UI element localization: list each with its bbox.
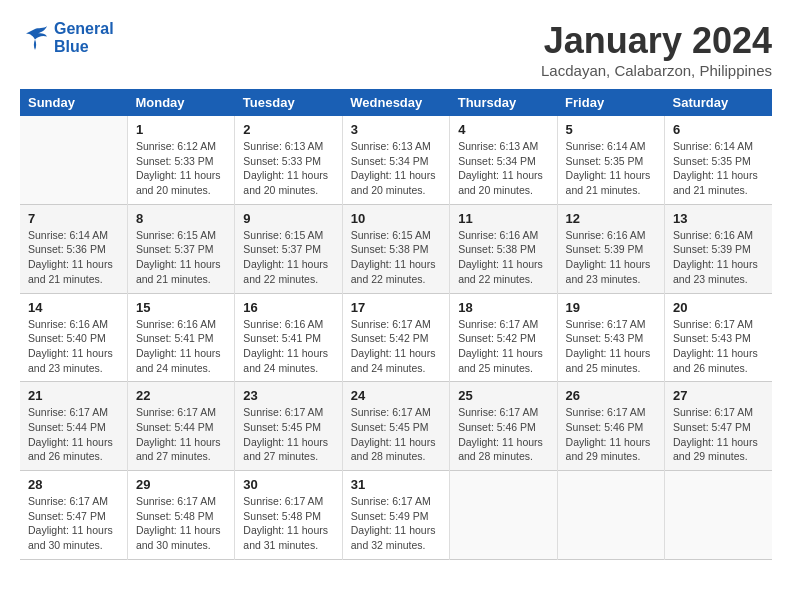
calendar-cell: 21Sunrise: 6:17 AM Sunset: 5:44 PM Dayli… (20, 382, 127, 471)
day-info: Sunrise: 6:13 AM Sunset: 5:34 PM Dayligh… (458, 139, 548, 198)
day-info: Sunrise: 6:17 AM Sunset: 5:43 PM Dayligh… (673, 317, 764, 376)
day-header-saturday: Saturday (665, 89, 772, 116)
day-number: 12 (566, 211, 656, 226)
day-info: Sunrise: 6:14 AM Sunset: 5:35 PM Dayligh… (673, 139, 764, 198)
day-info: Sunrise: 6:17 AM Sunset: 5:44 PM Dayligh… (28, 405, 119, 464)
title-section: January 2024 Lacdayan, Calabarzon, Phili… (541, 20, 772, 79)
day-info: Sunrise: 6:17 AM Sunset: 5:48 PM Dayligh… (243, 494, 333, 553)
day-number: 15 (136, 300, 226, 315)
day-number: 26 (566, 388, 656, 403)
week-row-3: 14Sunrise: 6:16 AM Sunset: 5:40 PM Dayli… (20, 293, 772, 382)
day-info: Sunrise: 6:16 AM Sunset: 5:41 PM Dayligh… (136, 317, 226, 376)
day-number: 17 (351, 300, 441, 315)
day-info: Sunrise: 6:16 AM Sunset: 5:39 PM Dayligh… (673, 228, 764, 287)
day-info: Sunrise: 6:17 AM Sunset: 5:45 PM Dayligh… (243, 405, 333, 464)
calendar-cell (450, 471, 557, 560)
day-number: 29 (136, 477, 226, 492)
day-info: Sunrise: 6:12 AM Sunset: 5:33 PM Dayligh… (136, 139, 226, 198)
calendar-cell (665, 471, 772, 560)
day-info: Sunrise: 6:15 AM Sunset: 5:38 PM Dayligh… (351, 228, 441, 287)
header-row: SundayMondayTuesdayWednesdayThursdayFrid… (20, 89, 772, 116)
day-number: 4 (458, 122, 548, 137)
calendar-cell (20, 116, 127, 204)
day-header-sunday: Sunday (20, 89, 127, 116)
calendar-cell: 16Sunrise: 6:16 AM Sunset: 5:41 PM Dayli… (235, 293, 342, 382)
day-number: 18 (458, 300, 548, 315)
week-row-5: 28Sunrise: 6:17 AM Sunset: 5:47 PM Dayli… (20, 471, 772, 560)
day-info: Sunrise: 6:17 AM Sunset: 5:49 PM Dayligh… (351, 494, 441, 553)
calendar-cell: 19Sunrise: 6:17 AM Sunset: 5:43 PM Dayli… (557, 293, 664, 382)
day-info: Sunrise: 6:14 AM Sunset: 5:36 PM Dayligh… (28, 228, 119, 287)
day-number: 9 (243, 211, 333, 226)
day-info: Sunrise: 6:14 AM Sunset: 5:35 PM Dayligh… (566, 139, 656, 198)
calendar-title: January 2024 (541, 20, 772, 62)
calendar-cell: 9Sunrise: 6:15 AM Sunset: 5:37 PM Daylig… (235, 204, 342, 293)
day-info: Sunrise: 6:17 AM Sunset: 5:46 PM Dayligh… (566, 405, 656, 464)
day-number: 19 (566, 300, 656, 315)
calendar-cell: 23Sunrise: 6:17 AM Sunset: 5:45 PM Dayli… (235, 382, 342, 471)
calendar-cell: 14Sunrise: 6:16 AM Sunset: 5:40 PM Dayli… (20, 293, 127, 382)
day-number: 7 (28, 211, 119, 226)
day-number: 5 (566, 122, 656, 137)
day-number: 21 (28, 388, 119, 403)
day-info: Sunrise: 6:13 AM Sunset: 5:33 PM Dayligh… (243, 139, 333, 198)
calendar-cell: 24Sunrise: 6:17 AM Sunset: 5:45 PM Dayli… (342, 382, 449, 471)
day-number: 22 (136, 388, 226, 403)
calendar-cell: 26Sunrise: 6:17 AM Sunset: 5:46 PM Dayli… (557, 382, 664, 471)
week-row-1: 1Sunrise: 6:12 AM Sunset: 5:33 PM Daylig… (20, 116, 772, 204)
day-number: 11 (458, 211, 548, 226)
day-number: 8 (136, 211, 226, 226)
calendar-subtitle: Lacdayan, Calabarzon, Philippines (541, 62, 772, 79)
day-number: 24 (351, 388, 441, 403)
week-row-2: 7Sunrise: 6:14 AM Sunset: 5:36 PM Daylig… (20, 204, 772, 293)
day-info: Sunrise: 6:15 AM Sunset: 5:37 PM Dayligh… (243, 228, 333, 287)
calendar-cell: 29Sunrise: 6:17 AM Sunset: 5:48 PM Dayli… (127, 471, 234, 560)
calendar-cell: 4Sunrise: 6:13 AM Sunset: 5:34 PM Daylig… (450, 116, 557, 204)
calendar-cell: 20Sunrise: 6:17 AM Sunset: 5:43 PM Dayli… (665, 293, 772, 382)
calendar-cell: 13Sunrise: 6:16 AM Sunset: 5:39 PM Dayli… (665, 204, 772, 293)
day-number: 10 (351, 211, 441, 226)
day-info: Sunrise: 6:17 AM Sunset: 5:45 PM Dayligh… (351, 405, 441, 464)
day-number: 2 (243, 122, 333, 137)
day-number: 30 (243, 477, 333, 492)
calendar-cell: 30Sunrise: 6:17 AM Sunset: 5:48 PM Dayli… (235, 471, 342, 560)
calendar-cell: 25Sunrise: 6:17 AM Sunset: 5:46 PM Dayli… (450, 382, 557, 471)
day-header-thursday: Thursday (450, 89, 557, 116)
calendar-cell: 5Sunrise: 6:14 AM Sunset: 5:35 PM Daylig… (557, 116, 664, 204)
day-number: 20 (673, 300, 764, 315)
day-info: Sunrise: 6:13 AM Sunset: 5:34 PM Dayligh… (351, 139, 441, 198)
day-info: Sunrise: 6:17 AM Sunset: 5:47 PM Dayligh… (673, 405, 764, 464)
calendar-cell: 27Sunrise: 6:17 AM Sunset: 5:47 PM Dayli… (665, 382, 772, 471)
day-info: Sunrise: 6:16 AM Sunset: 5:40 PM Dayligh… (28, 317, 119, 376)
day-header-friday: Friday (557, 89, 664, 116)
week-row-4: 21Sunrise: 6:17 AM Sunset: 5:44 PM Dayli… (20, 382, 772, 471)
day-number: 13 (673, 211, 764, 226)
logo: General Blue (20, 20, 114, 55)
calendar-cell: 12Sunrise: 6:16 AM Sunset: 5:39 PM Dayli… (557, 204, 664, 293)
calendar-cell: 15Sunrise: 6:16 AM Sunset: 5:41 PM Dayli… (127, 293, 234, 382)
day-number: 25 (458, 388, 548, 403)
calendar-cell: 6Sunrise: 6:14 AM Sunset: 5:35 PM Daylig… (665, 116, 772, 204)
day-header-monday: Monday (127, 89, 234, 116)
day-info: Sunrise: 6:16 AM Sunset: 5:41 PM Dayligh… (243, 317, 333, 376)
calendar-cell: 11Sunrise: 6:16 AM Sunset: 5:38 PM Dayli… (450, 204, 557, 293)
day-info: Sunrise: 6:16 AM Sunset: 5:39 PM Dayligh… (566, 228, 656, 287)
calendar-cell: 3Sunrise: 6:13 AM Sunset: 5:34 PM Daylig… (342, 116, 449, 204)
day-info: Sunrise: 6:16 AM Sunset: 5:38 PM Dayligh… (458, 228, 548, 287)
day-number: 3 (351, 122, 441, 137)
calendar-cell: 8Sunrise: 6:15 AM Sunset: 5:37 PM Daylig… (127, 204, 234, 293)
day-number: 27 (673, 388, 764, 403)
day-number: 1 (136, 122, 226, 137)
logo-text: General Blue (54, 20, 114, 55)
day-number: 14 (28, 300, 119, 315)
day-info: Sunrise: 6:17 AM Sunset: 5:48 PM Dayligh… (136, 494, 226, 553)
day-number: 6 (673, 122, 764, 137)
day-info: Sunrise: 6:17 AM Sunset: 5:46 PM Dayligh… (458, 405, 548, 464)
day-header-tuesday: Tuesday (235, 89, 342, 116)
day-info: Sunrise: 6:15 AM Sunset: 5:37 PM Dayligh… (136, 228, 226, 287)
calendar-cell: 22Sunrise: 6:17 AM Sunset: 5:44 PM Dayli… (127, 382, 234, 471)
calendar-cell: 10Sunrise: 6:15 AM Sunset: 5:38 PM Dayli… (342, 204, 449, 293)
day-number: 28 (28, 477, 119, 492)
calendar-table: SundayMondayTuesdayWednesdayThursdayFrid… (20, 89, 772, 560)
calendar-cell: 1Sunrise: 6:12 AM Sunset: 5:33 PM Daylig… (127, 116, 234, 204)
